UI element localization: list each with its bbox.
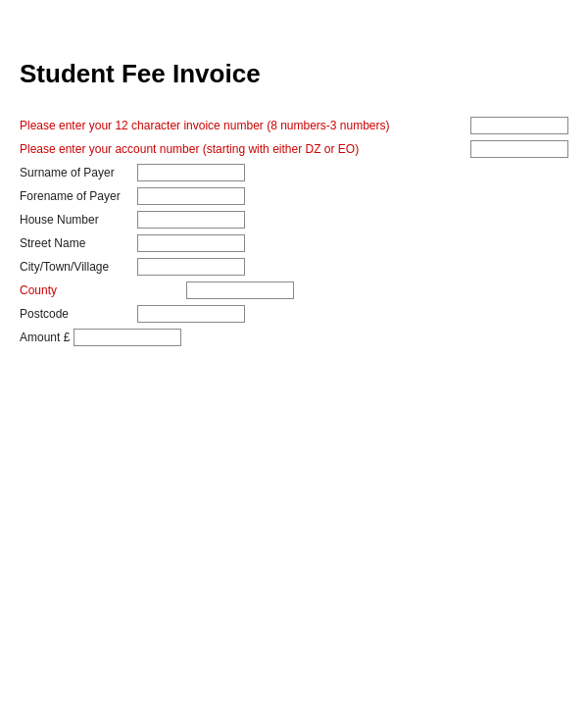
postcode-label: Postcode: [20, 307, 137, 321]
street-name-input[interactable]: [137, 234, 245, 252]
account-number-label: Please enter your account number (starti…: [20, 142, 470, 156]
page-title: Student Fee Invoice: [20, 59, 568, 89]
surname-input[interactable]: [137, 164, 245, 181]
amount-label: Amount £: [20, 331, 70, 344]
county-label: County: [20, 283, 186, 297]
invoice-number-input[interactable]: [470, 117, 568, 134]
forename-row: Forename of Payer: [20, 187, 568, 205]
page-container: Student Fee Invoice Please enter your 12…: [20, 0, 568, 391]
house-number-input[interactable]: [137, 211, 245, 229]
street-name-row: Street Name: [20, 234, 568, 252]
amount-row: Amount £: [20, 329, 568, 346]
city-row: City/Town/Village: [20, 258, 568, 276]
county-row: County: [20, 281, 568, 299]
house-number-label: House Number: [20, 213, 137, 227]
invoice-number-row: Please enter your 12 character invoice n…: [20, 117, 568, 134]
postcode-row: Postcode: [20, 305, 568, 323]
forename-label: Forename of Payer: [20, 189, 137, 203]
city-label: City/Town/Village: [20, 260, 137, 274]
invoice-number-label: Please enter your 12 character invoice n…: [20, 119, 470, 132]
form-section: Please enter your 12 character invoice n…: [20, 117, 568, 352]
surname-label: Surname of Payer: [20, 166, 137, 179]
postcode-input[interactable]: [137, 305, 245, 323]
surname-row: Surname of Payer: [20, 164, 568, 181]
city-input[interactable]: [137, 258, 245, 276]
house-number-row: House Number: [20, 211, 568, 229]
amount-input[interactable]: [74, 329, 181, 346]
account-number-row: Please enter your account number (starti…: [20, 140, 568, 158]
forename-input[interactable]: [137, 187, 245, 205]
county-input[interactable]: [186, 281, 294, 299]
street-name-label: Street Name: [20, 236, 137, 250]
account-number-input[interactable]: [470, 140, 568, 158]
